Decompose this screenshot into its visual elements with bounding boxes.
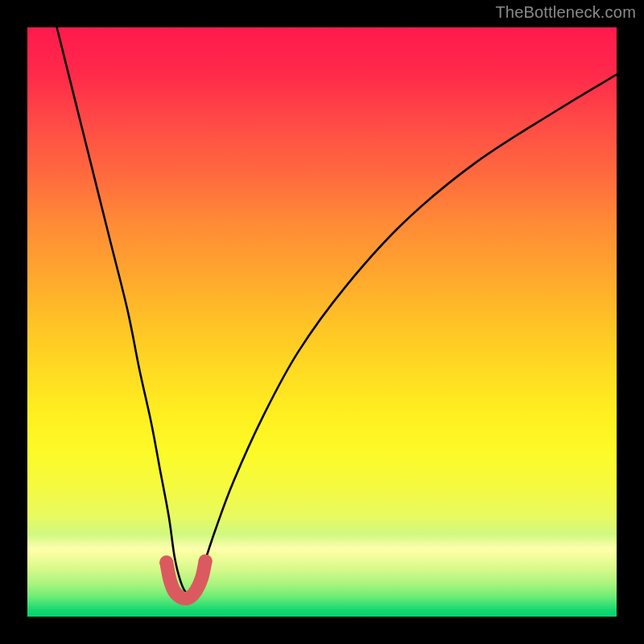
plot-area: [27, 27, 617, 617]
curve-layer: [27, 27, 617, 617]
chart-container: TheBottleneck.com: [0, 0, 644, 644]
watermark-text: TheBottleneck.com: [495, 3, 636, 22]
sweet-spot-highlight: [167, 561, 205, 598]
sweet-spot-end-dot: [199, 555, 213, 568]
bottleneck-curve: [57, 27, 617, 595]
sweet-spot-end-dot: [159, 555, 173, 569]
sweet-spot-dots: [159, 555, 212, 569]
